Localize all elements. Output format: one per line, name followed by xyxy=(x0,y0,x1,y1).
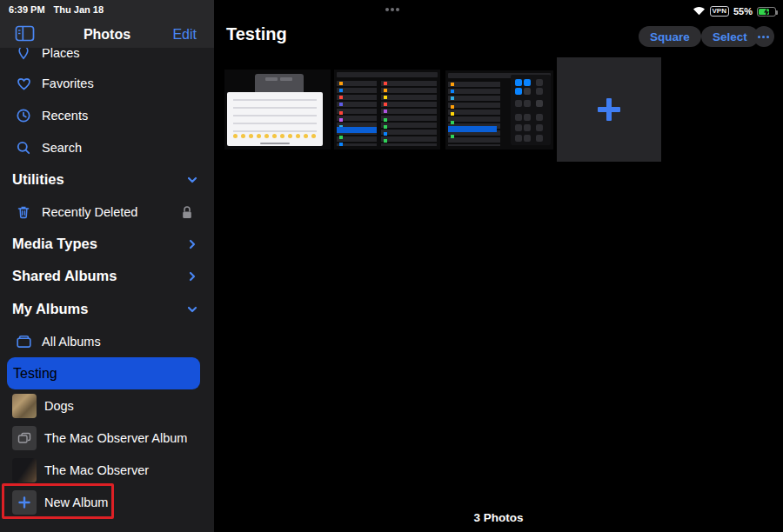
vpn-badge: VPN xyxy=(710,6,729,17)
sidebar-item-all-albums[interactable]: All Albums xyxy=(0,325,214,357)
trash-icon xyxy=(13,203,34,221)
photo-thumbnail-2[interactable] xyxy=(334,70,440,150)
more-options-button[interactable] xyxy=(753,26,774,47)
sidebar-item-label: Recents xyxy=(42,109,88,123)
square-button[interactable]: Square xyxy=(639,26,701,47)
select-button[interactable]: Select xyxy=(701,26,759,47)
edit-button[interactable]: Edit xyxy=(172,27,197,43)
sidebar: Photos Edit Places Favorites xyxy=(0,0,214,532)
sidebar-item-testing-selected[interactable]: Testing xyxy=(7,357,200,389)
album-content: Testing Square Select xyxy=(214,0,783,532)
shared-album-placeholder-icon xyxy=(12,426,37,450)
photo-thumbnail-3[interactable] xyxy=(445,70,553,150)
sidebar-item-label: The Mac Observer xyxy=(44,463,149,477)
battery-charging-icon xyxy=(757,7,776,17)
section-heading: Shared Albums xyxy=(12,268,117,284)
chevron-down-icon[interactable] xyxy=(185,173,199,187)
sidebar-item-new-album[interactable]: New Album xyxy=(0,486,214,518)
sidebar-item-mac-observer[interactable]: The Mac Observer xyxy=(0,454,214,486)
album-thumbnail xyxy=(12,394,37,418)
albums-stack-icon xyxy=(13,333,34,350)
chevron-right-icon[interactable] xyxy=(185,269,199,283)
chevron-down-icon[interactable] xyxy=(185,303,199,316)
sidebar-item-label: Favorites xyxy=(42,76,94,90)
sidebar-item-label: All Albums xyxy=(42,335,101,349)
sidebar-item-recents[interactable]: Recents xyxy=(0,99,214,131)
sidebar-item-label: Search xyxy=(42,141,82,155)
sidebar-item-label: Dogs xyxy=(44,399,74,413)
section-heading: My Albums xyxy=(12,301,88,317)
sidebar-item-label: New Album xyxy=(44,495,108,509)
sidebar-item-search[interactable]: Search xyxy=(0,131,214,163)
sidebar-item-label: The Mac Observer Album xyxy=(44,431,187,445)
section-heading: Media Types xyxy=(12,236,97,252)
status-time: 6:39 PM xyxy=(9,4,45,15)
photo-count: 3 Photos xyxy=(214,511,783,524)
thumb-detail xyxy=(227,92,323,146)
chevron-right-icon[interactable] xyxy=(185,237,199,251)
section-my-albums[interactable]: My Albums xyxy=(0,293,214,325)
sidebar-item-dogs[interactable]: Dogs xyxy=(0,389,214,422)
sidebar-item-mac-observer-album[interactable]: The Mac Observer Album xyxy=(0,422,214,454)
photo-thumbnail-1[interactable] xyxy=(224,70,331,150)
status-bar-left: 6:39 PM Thu Jan 18 xyxy=(9,4,104,15)
plus-icon xyxy=(12,490,37,515)
status-bar-right: VPN 55% xyxy=(693,3,776,19)
album-thumbnail xyxy=(12,458,37,482)
photos-app-screen: 6:39 PM Thu Jan 18 VPN 55% Photos xyxy=(0,0,783,532)
sidebar-item-label: Testing xyxy=(13,366,57,382)
add-photos-tile[interactable] xyxy=(557,57,661,162)
multitasking-indicator-icon[interactable] xyxy=(385,8,389,11)
section-shared-albums[interactable]: Shared Albums xyxy=(0,260,214,292)
battery-percent: 55% xyxy=(733,6,753,17)
section-utilities[interactable]: Utilities xyxy=(0,163,214,196)
page-title: Testing xyxy=(226,24,287,44)
clock-icon xyxy=(13,107,34,124)
sidebar-item-recently-deleted[interactable]: Recently Deleted xyxy=(0,196,214,228)
section-heading: Utilities xyxy=(12,171,64,188)
heart-icon xyxy=(13,75,34,92)
sidebar-item-label: Recently Deleted xyxy=(42,205,137,219)
sidebar-item-favorites[interactable]: Favorites xyxy=(0,67,214,99)
section-media-types[interactable]: Media Types xyxy=(0,228,214,260)
lock-icon xyxy=(181,204,193,219)
search-icon xyxy=(13,139,34,156)
ellipsis-icon xyxy=(758,36,760,38)
status-date: Thu Jan 18 xyxy=(54,4,104,15)
wifi-icon xyxy=(693,3,706,19)
